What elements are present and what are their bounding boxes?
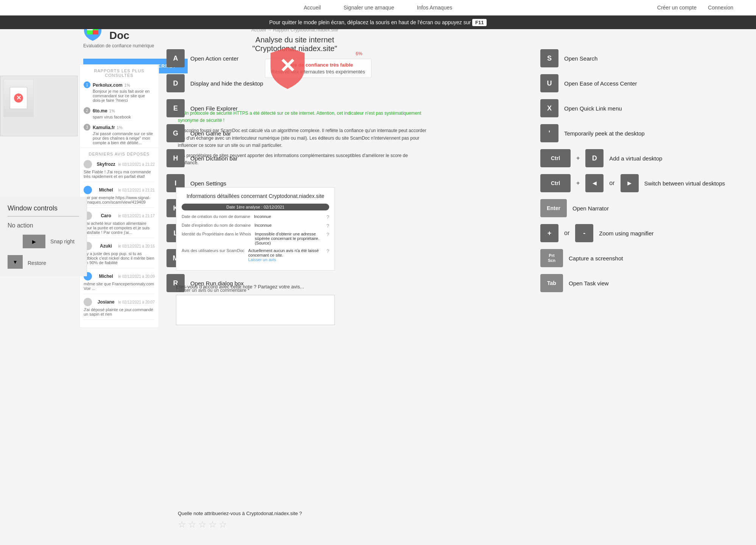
shield-x-icon: ✕ bbox=[269, 45, 306, 92]
stars-row[interactable]: ☆ ☆ ☆ ☆ ☆ bbox=[178, 519, 302, 530]
date-label: Date 1ère analyse bbox=[226, 205, 260, 209]
plus-sign-ctrl-d: + bbox=[576, 155, 580, 162]
shortcut-i-label: Open Settings bbox=[190, 180, 352, 187]
key-apostrophe: ' bbox=[540, 124, 558, 142]
rapport-desc-3: J'ai passé commande sur ce site pour des… bbox=[93, 131, 155, 145]
key-left-arrow: ◄ bbox=[585, 174, 604, 192]
info-value-creation: Inconnue bbox=[254, 214, 323, 219]
key-a: A bbox=[166, 49, 185, 67]
window-controls-no-action: No action bbox=[8, 222, 79, 229]
key-ctrl: Ctrl bbox=[540, 149, 571, 167]
star-5[interactable]: ☆ bbox=[219, 519, 227, 530]
avis-date-5: le 02/12/2021 à 20:09 bbox=[118, 274, 155, 279]
avis-text-6: J'ai déposé plainte ce jour.commandé un … bbox=[84, 307, 155, 316]
date-badge: Date 1ère analyse : 02/12/2021 bbox=[182, 204, 329, 210]
shortcut-h-label: Open Dictation bar bbox=[190, 155, 352, 162]
plus-sign-ctrl-arrow: + bbox=[576, 180, 580, 187]
rapport-name-2[interactable]: 6to.me bbox=[93, 108, 107, 114]
window-restore-btn[interactable]: ▼ bbox=[8, 255, 23, 269]
shortcut-magnifier: + or - Zoom using magnifier bbox=[540, 224, 752, 242]
or-sign: or bbox=[609, 180, 614, 187]
avis-item-5: Michel le 02/12/2021 à 20:09 même site q… bbox=[84, 272, 155, 294]
logo-doc: Doc bbox=[109, 30, 129, 41]
avis-date-1: le 02/12/2021 à 21:22 bbox=[118, 162, 155, 167]
shortcut-ctrl-d: Ctrl + D Add a virtual desktop bbox=[540, 149, 752, 167]
nav-infos[interactable]: Infos Arnaques bbox=[417, 5, 452, 11]
info-value-proprietaire: Impossible d'obtenir une adresse sûpérée… bbox=[255, 232, 322, 245]
key-x: X bbox=[540, 99, 558, 117]
site-topnav: Accueil Signaler une arnaque Infos Arnaq… bbox=[0, 0, 756, 16]
avis-text-2: voir par exemple https://www.signal-arna… bbox=[84, 195, 155, 204]
shortcut-prtscn-label: Capture a screenshot bbox=[569, 255, 752, 262]
star-2[interactable]: ☆ bbox=[188, 519, 196, 530]
shortcut-x-label: Open Quick Link menu bbox=[564, 105, 752, 112]
rapport-num-1: 1 bbox=[84, 81, 90, 88]
info-row-avis: Avis des utilisateurs sur ScamDoc Actuel… bbox=[182, 248, 329, 262]
laisser-avis-link[interactable]: Laisser un avis bbox=[248, 257, 276, 262]
shortcut-s-label: Open Search bbox=[564, 55, 752, 62]
info-label-expiration: Date d'expiration du nom de domaine bbox=[182, 223, 251, 227]
derniers-title: DERNIERS AVIS DÉPOSÉS bbox=[84, 152, 155, 156]
avis-date-2: le 02/12/2021 à 21:21 bbox=[118, 188, 155, 192]
rapport-num-2: 2 bbox=[84, 107, 90, 114]
shortcut-g-label: Open Game bar bbox=[190, 130, 352, 137]
rapport-pct-3: 1% bbox=[117, 125, 123, 130]
info-row-proprietaire: Identité du Propriétaire dans le Whois I… bbox=[182, 232, 329, 245]
avis-item-6: Josiane le 02/12/2021 à 20:07 J'ai dépos… bbox=[84, 298, 155, 320]
info-value-expiration: Inconnue bbox=[255, 223, 323, 227]
fullscreen-banner: Pour quitter le mode plein écran, déplac… bbox=[0, 16, 756, 29]
avis-text-5: même site que Francepersonnaly.com Voir … bbox=[84, 282, 155, 291]
key-s: S bbox=[540, 49, 558, 67]
shortcut-g: G Open Game bar bbox=[166, 124, 352, 142]
avis-avatar-2 bbox=[84, 186, 92, 194]
star-1[interactable]: ☆ bbox=[178, 519, 186, 530]
shortcut-enter: Enter Open Narrator bbox=[540, 199, 752, 217]
rapport-name-1[interactable]: Perkolux.com bbox=[93, 83, 123, 88]
nav-connexion[interactable]: Connexion bbox=[708, 5, 733, 11]
rapport-desc-2: spam virus facebook bbox=[93, 115, 131, 119]
logo-tagline: Evaluation de confiance numérique bbox=[83, 43, 154, 48]
window-controls-panel: Window controls No action ▶ Snap right ▼… bbox=[0, 197, 87, 276]
key-right-arrow: ► bbox=[621, 174, 639, 192]
avis-name-6: Josiane bbox=[98, 299, 115, 305]
shortcut-magnifier-label: Zoom using magnifier bbox=[599, 230, 752, 237]
comment-area: Laisser un avis ou un commentaire * bbox=[176, 288, 335, 327]
right-shortcuts: S Open Search U Open Ease of Access Cent… bbox=[540, 49, 752, 299]
avis-text-1: Site Fiable ! J'ai reçu ma commande très… bbox=[84, 170, 155, 179]
avis-item-1: Skyfrozz le 02/12/2021 à 21:22 Site Fiab… bbox=[84, 160, 155, 182]
shortcut-u: U Open Ease of Access Center bbox=[540, 74, 752, 92]
key-enter: Enter bbox=[540, 199, 567, 217]
window-controls-divider bbox=[8, 216, 79, 216]
key-h: H bbox=[166, 149, 185, 167]
fullscreen-text: Pour quitter le mode plein écran, déplac… bbox=[269, 19, 471, 25]
restore-label: Restore bbox=[28, 260, 46, 266]
key-plus: + bbox=[540, 224, 558, 242]
rapport-item-1: 1 Perkolux.com 1% Bonjour je me suis fai… bbox=[84, 81, 155, 103]
key-prtscn: PrtScn bbox=[540, 249, 563, 267]
nav-signaler[interactable]: Signaler une arnaque bbox=[344, 5, 394, 11]
star-3[interactable]: ☆ bbox=[198, 519, 207, 530]
key-e: E bbox=[166, 99, 185, 117]
avis-name-4: Azuki bbox=[100, 243, 112, 249]
info-panel-title: Informations détaillées concernant Crypt… bbox=[182, 193, 329, 199]
rapport-name-3[interactable]: Kamulia.fr bbox=[93, 125, 115, 130]
svg-text:✕: ✕ bbox=[279, 55, 296, 77]
avis-text-4: il y a juste des pop pup. si tu as adblo… bbox=[84, 251, 155, 265]
avis-date-3: le 02/12/2021 à 21:17 bbox=[118, 214, 155, 218]
shortcut-e: E Open File Explorer bbox=[166, 99, 352, 117]
info-q-creation: ? bbox=[327, 214, 329, 220]
info-q-avis: ? bbox=[327, 248, 329, 254]
star-4[interactable]: ☆ bbox=[208, 519, 217, 530]
nav-accueil[interactable]: Accueil bbox=[304, 5, 321, 11]
shortcut-tab: Tab Open Task view bbox=[540, 274, 752, 292]
shortcut-apostrophe: ' Temporarily peek at the desktop bbox=[540, 124, 752, 142]
window-snap-play-btn[interactable]: ▶ bbox=[23, 235, 45, 248]
rapport-pct-1: 1% bbox=[124, 83, 130, 87]
shortcut-ctrl-arrows: Ctrl + ◄ or ► Switch between virtual des… bbox=[540, 174, 752, 192]
nav-creer-compte[interactable]: Créer un compte bbox=[657, 5, 697, 11]
avis-item-2: Michel le 02/12/2021 à 21:21 voir par ex… bbox=[84, 186, 155, 208]
rapports-title: RAPPORTS LES PLUS CONSULTÉS bbox=[84, 69, 155, 78]
info-row-expiration: Date d'expiration du nom de domaine Inco… bbox=[182, 223, 329, 229]
avis-item-3: Caro le 02/12/2021 à 21:17 J'ai acheté l… bbox=[84, 212, 155, 238]
comment-textarea[interactable] bbox=[176, 295, 335, 325]
